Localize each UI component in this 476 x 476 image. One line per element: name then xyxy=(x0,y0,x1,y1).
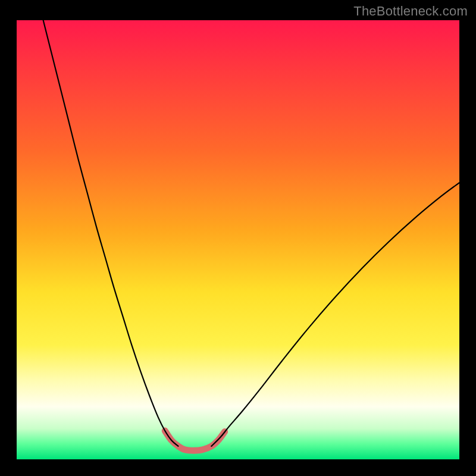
bottleneck-chart xyxy=(0,0,476,476)
gradient-background xyxy=(17,20,459,459)
chart-frame: TheBottleneck.com xyxy=(0,0,476,476)
watermark-text: TheBottleneck.com xyxy=(353,4,468,19)
